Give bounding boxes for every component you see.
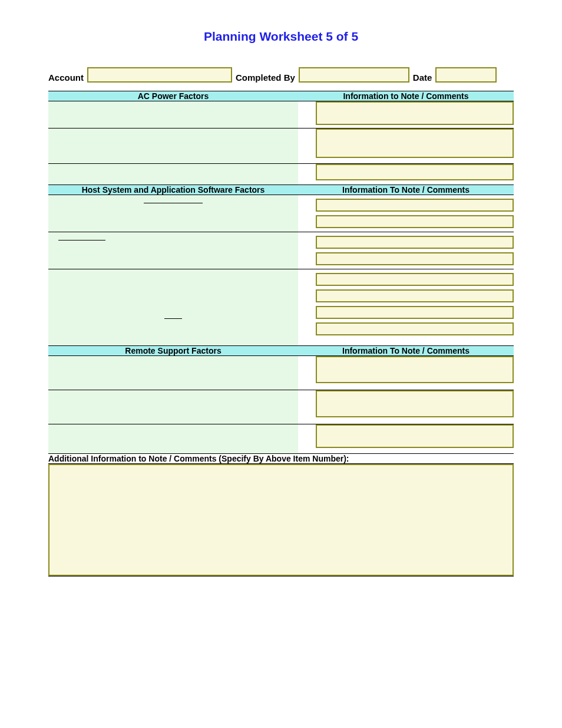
section-head-host-software: Host System and Application Software Fac…: [48, 185, 298, 195]
comment-field[interactable]: [316, 101, 514, 125]
additional-info-row: [48, 464, 514, 577]
blank-underline[interactable]: [144, 195, 203, 203]
section-head-remote-support-right: Information To Note / Comments: [298, 346, 514, 356]
comment-field[interactable]: [316, 215, 514, 228]
comment-field[interactable]: [316, 424, 514, 448]
completed-by-label: Completed By: [236, 73, 295, 83]
date-label: Date: [413, 73, 432, 83]
table-row: [48, 164, 514, 185]
comment-field[interactable]: [316, 390, 514, 417]
table-row: [48, 390, 514, 424]
blank-underline[interactable]: [164, 311, 182, 319]
account-field[interactable]: [87, 67, 232, 83]
comment-field[interactable]: [316, 236, 514, 249]
section-head-remote-support: Remote Support Factors: [48, 346, 298, 356]
comment-field[interactable]: [316, 252, 514, 265]
table-row: [48, 101, 514, 129]
worksheet-table: AC Power Factors Information to Note / C…: [48, 91, 514, 577]
section-head-ac-power: AC Power Factors: [48, 91, 298, 101]
additional-comments-field[interactable]: [48, 464, 514, 576]
page-title: Planning Worksheet 5 of 5: [48, 29, 514, 44]
additional-info-label: Additional Information to Note / Comment…: [48, 454, 514, 464]
table-row: [48, 129, 514, 164]
account-label: Account: [48, 73, 84, 83]
completed-by-field[interactable]: [299, 67, 409, 83]
table-row: [48, 424, 514, 454]
comment-field[interactable]: [316, 306, 514, 319]
header-row: Account Completed By Date: [48, 67, 514, 83]
section-head-host-software-right: Information To Note / Comments: [298, 185, 514, 195]
comment-field[interactable]: [316, 322, 514, 335]
table-row: [48, 356, 514, 390]
table-row: [48, 195, 514, 232]
comment-field[interactable]: [316, 289, 514, 302]
comment-field[interactable]: [316, 199, 514, 212]
date-field[interactable]: [435, 67, 497, 83]
blank-underline[interactable]: [58, 232, 105, 241]
comment-field[interactable]: [316, 129, 514, 158]
comment-field[interactable]: [316, 273, 514, 286]
worksheet-page: Planning Worksheet 5 of 5 Account Comple…: [0, 0, 562, 635]
comment-field[interactable]: [316, 356, 514, 383]
section-head-ac-power-right: Information to Note / Comments: [298, 91, 514, 101]
table-row: [48, 269, 514, 346]
table-row: xx: [48, 232, 514, 269]
comment-field[interactable]: [316, 164, 514, 180]
